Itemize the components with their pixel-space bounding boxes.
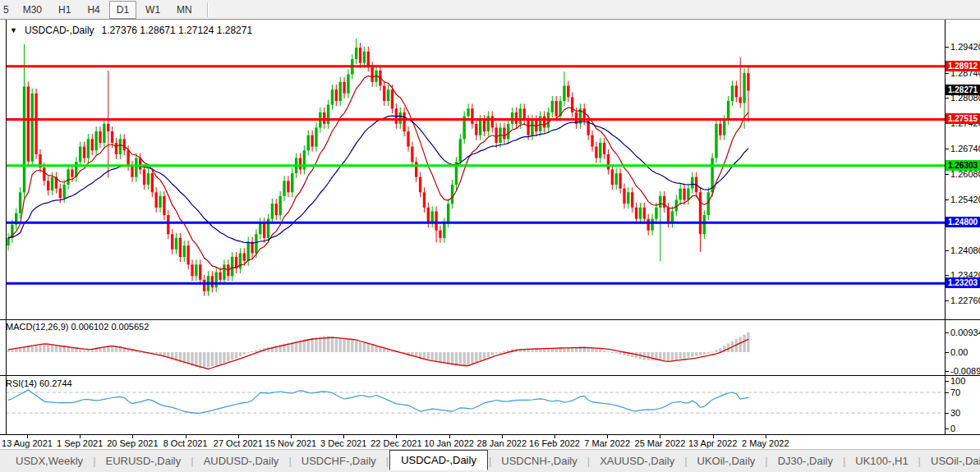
chart-dropdown-icon[interactable]: ▼ bbox=[10, 27, 17, 34]
macd-axis-label: 0.009345 bbox=[950, 328, 980, 337]
price-badge-1-23203: 1.23203 bbox=[945, 277, 980, 288]
tab-usdcad-daily[interactable]: USDCAD-,Daily bbox=[389, 450, 488, 470]
symbol-tab-bar: USDX,Weekly|EURUSD-,Daily|AUDUSD-,Daily|… bbox=[0, 449, 980, 472]
rsi-tick bbox=[945, 428, 949, 429]
price-tick bbox=[945, 199, 949, 200]
x-axis-date-label: 28 Jan 2022 bbox=[477, 438, 527, 448]
tab-xauusd-daily[interactable]: XAUUSD-,Daily bbox=[591, 452, 683, 470]
chart-title-ohlc: 1.27376 1.28671 1.27124 1.28271 bbox=[102, 25, 253, 36]
rsi-label: RSI(14) 60.2744 bbox=[6, 378, 72, 388]
tab-usdchf-daily[interactable]: USDCHF-,Daily bbox=[292, 452, 385, 470]
tab-uk100-h1[interactable]: UK100-,H1 bbox=[846, 452, 917, 470]
tab-dj30-daily[interactable]: DJ30-,Daily bbox=[769, 452, 842, 470]
price-tick bbox=[945, 149, 949, 149]
tab-separator: | bbox=[918, 455, 921, 467]
x-axis-date-label: 22 Dec 2021 bbox=[370, 438, 421, 448]
rsi-tick bbox=[945, 381, 949, 382]
rsi-axis-label: 70 bbox=[950, 387, 960, 397]
rsi-axis-label: 0 bbox=[950, 424, 955, 433]
x-axis-date-label: 13 Apr 2022 bbox=[688, 438, 737, 448]
price-axis-tick-label: 1.26080 bbox=[950, 169, 980, 179]
x-axis-date-label: 2 May 2022 bbox=[742, 438, 789, 448]
rsi-tick bbox=[945, 392, 949, 393]
tab-ukoil-daily[interactable]: UKOil-,Daily bbox=[688, 452, 765, 470]
x-axis-date-label: 20 Sep 2021 bbox=[107, 438, 158, 448]
timeframe-button-h1[interactable]: H1 bbox=[51, 1, 78, 19]
price-tick bbox=[945, 98, 949, 99]
trading-terminal: 5M30H1H4D1W1MN ▼ USDCAD-,Daily 1.27376 1… bbox=[0, 0, 980, 472]
macd-tick bbox=[945, 371, 949, 372]
price-badge-1-27515: 1.27515 bbox=[945, 113, 980, 124]
timeframe-button-w1[interactable]: W1 bbox=[138, 1, 168, 19]
tab-separator: | bbox=[843, 455, 845, 467]
x-axis-date-label: 16 Feb 2022 bbox=[529, 438, 580, 448]
rsi-axis-label: 30 bbox=[950, 408, 960, 418]
rsi-canvas[interactable] bbox=[0, 376, 980, 435]
macd-histogram bbox=[7, 332, 749, 369]
timeframe-button-d1[interactable]: D1 bbox=[109, 1, 136, 19]
price-tick bbox=[945, 275, 949, 276]
rsi-axis-label: 100 bbox=[950, 376, 965, 386]
tab-usdcnh-daily[interactable]: USDCNH-,Daily bbox=[492, 452, 586, 470]
price-axis-tick-label: 1.26740 bbox=[950, 144, 980, 154]
ma-slow-line bbox=[8, 116, 748, 243]
ma-fast-line bbox=[8, 76, 748, 269]
price-tick bbox=[945, 300, 949, 301]
tab-separator: | bbox=[288, 455, 291, 467]
price-axis-tick-label: 1.24080 bbox=[950, 245, 980, 255]
price-axis-tick-label: 1.25420 bbox=[950, 195, 980, 204]
rsi-line bbox=[8, 390, 748, 414]
macd-label: MACD(12,26,9) 0.006102 0.005652 bbox=[6, 322, 149, 332]
tab-separator: | bbox=[191, 455, 193, 467]
x-axis-date-label: 27 Oct 2021 bbox=[214, 438, 263, 448]
price-tick bbox=[945, 250, 949, 251]
x-axis-date-label: 7 Mar 2022 bbox=[584, 438, 630, 448]
timeframe-button-5[interactable]: 5 bbox=[1, 1, 14, 19]
tab-separator: | bbox=[386, 455, 389, 467]
macd-tick bbox=[945, 352, 949, 353]
price-badge-1-26303: 1.26303 bbox=[945, 160, 980, 171]
chart-title-symbol: USDCAD-,Daily bbox=[25, 25, 94, 36]
price-badge-1-24800: 1.24800 bbox=[945, 217, 980, 227]
macd-axis-label: -0.008902 bbox=[950, 366, 980, 376]
macd-axis-label: 0.00 bbox=[950, 347, 968, 357]
tab-separator: | bbox=[93, 455, 95, 467]
tab-usoil-daily[interactable]: USOil-,Daily bbox=[922, 452, 980, 470]
chart-title: ▼ USDCAD-,Daily 1.27376 1.28671 1.27124 … bbox=[10, 25, 252, 36]
timeframe-toolbar: 5M30H1H4D1W1MN bbox=[0, 0, 980, 20]
macd-tick bbox=[945, 332, 949, 333]
toolbar-separator bbox=[207, 2, 209, 17]
x-axis-date-label: 3 Dec 2021 bbox=[320, 438, 366, 448]
tab-separator: | bbox=[489, 455, 491, 467]
x-axis-date-label: 15 Nov 2021 bbox=[265, 438, 316, 448]
x-axis-date-label: 10 Jan 2022 bbox=[424, 438, 474, 448]
price-tick bbox=[945, 73, 949, 74]
price-tick bbox=[945, 47, 949, 48]
x-axis-date-label: 13 Aug 2021 bbox=[2, 438, 53, 448]
x-axis-date-label: 1 Sep 2021 bbox=[57, 438, 103, 448]
price-badge-1-28912: 1.28912 bbox=[945, 61, 980, 71]
timeframe-button-mn[interactable]: MN bbox=[169, 1, 200, 19]
x-axis-date-label: 25 Mar 2022 bbox=[635, 438, 686, 448]
symbol-tabs: USDX,Weekly|EURUSD-,Daily|AUDUSD-,Daily|… bbox=[7, 451, 980, 470]
tab-audusd-daily[interactable]: AUDUSD-,Daily bbox=[195, 452, 288, 470]
price-axis-tick-label: 1.29420 bbox=[950, 42, 980, 52]
tab-separator: | bbox=[684, 455, 687, 467]
tab-separator: | bbox=[587, 455, 590, 467]
tab-eurusd-daily[interactable]: EURUSD-,Daily bbox=[97, 452, 191, 470]
timeframe-button-h4[interactable]: H4 bbox=[80, 1, 107, 19]
price-tick bbox=[945, 174, 949, 175]
price-badge-1-28271: 1.28271 bbox=[945, 85, 980, 95]
main-chart-canvas[interactable] bbox=[0, 20, 980, 320]
timeframe-button-m30[interactable]: M30 bbox=[16, 1, 49, 19]
rsi-tick bbox=[945, 413, 949, 414]
price-axis-tick-label: 1.22760 bbox=[950, 296, 980, 305]
tab-separator: | bbox=[765, 455, 767, 467]
tab-usdx-weekly[interactable]: USDX,Weekly bbox=[7, 452, 92, 470]
x-axis-date-label: 8 Oct 2021 bbox=[163, 438, 208, 448]
